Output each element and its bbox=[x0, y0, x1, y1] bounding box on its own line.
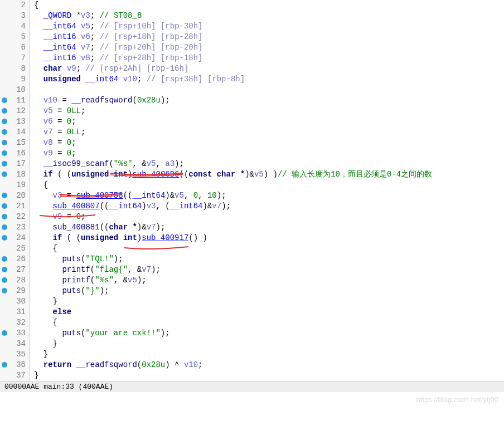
code-line[interactable]: puts("your are cxk!!"); bbox=[34, 328, 504, 339]
code-line[interactable]: __int16 v6; // [rsp+18h] [rbp-28h] bbox=[34, 32, 504, 42]
gutter-row[interactable]: 8 bbox=[0, 63, 29, 74]
line-number: 29 bbox=[16, 286, 26, 296]
gutter-row[interactable]: 22 bbox=[0, 212, 29, 222]
code-line[interactable]: v9 = 0; bbox=[34, 212, 504, 222]
code-line[interactable]: char v9; // [rsp+2Ah] [rbp-16h] bbox=[34, 63, 504, 74]
code-line[interactable]: } bbox=[34, 370, 504, 381]
line-number: 6 bbox=[21, 42, 26, 53]
line-number: 23 bbox=[16, 222, 26, 233]
gutter-row[interactable]: 21 bbox=[0, 201, 29, 212]
gutter-row[interactable]: 18 bbox=[0, 169, 29, 180]
gutter-row[interactable]: 16 bbox=[0, 148, 29, 159]
gutter-row[interactable]: 26 bbox=[0, 254, 29, 265]
code-line[interactable]: puts("TQL!"); bbox=[34, 254, 504, 265]
gutter-row[interactable]: 29 bbox=[0, 286, 29, 296]
gutter-row[interactable]: 3 bbox=[0, 11, 29, 21]
gutter-row[interactable]: 32 bbox=[0, 317, 29, 328]
gutter-row[interactable]: 31 bbox=[0, 307, 29, 317]
code-line[interactable]: __int64 v7; // [rsp+20h] [rbp-20h] bbox=[34, 42, 504, 53]
code-line[interactable]: } bbox=[34, 296, 504, 307]
code-line[interactable]: { bbox=[34, 243, 504, 254]
line-number: 33 bbox=[16, 328, 26, 339]
gutter-row[interactable]: 23 bbox=[0, 222, 29, 233]
code-line[interactable]: printf("flag{", &v7); bbox=[34, 265, 504, 275]
breakpoint-icon[interactable] bbox=[2, 172, 7, 177]
code-line[interactable]: v6 = 0; bbox=[34, 116, 504, 127]
code-line[interactable]: v9 = 0; bbox=[34, 148, 504, 159]
breakpoint-icon[interactable] bbox=[2, 267, 7, 272]
code-line[interactable]: } bbox=[34, 339, 504, 349]
code-body[interactable]: { _QWORD *v3; // ST08_8 __int64 v5; // [… bbox=[30, 0, 504, 381]
code-line[interactable]: if ( (unsigned int)sub_400917() ) bbox=[34, 233, 504, 243]
gutter-row[interactable]: 14 bbox=[0, 127, 29, 138]
code-line[interactable]: { bbox=[34, 180, 504, 190]
code-line[interactable]: v3 = sub_400758((__int64)&v5, 0, 10); bbox=[34, 190, 504, 201]
breakpoint-icon[interactable] bbox=[2, 277, 7, 283]
gutter-row[interactable]: 28 bbox=[0, 275, 29, 286]
breakpoint-icon[interactable] bbox=[2, 119, 7, 124]
gutter-row[interactable]: 12 bbox=[0, 106, 29, 116]
breakpoint-icon[interactable] bbox=[2, 97, 7, 103]
breakpoint-icon[interactable] bbox=[2, 193, 7, 198]
gutter-row[interactable]: 24 bbox=[0, 233, 29, 243]
breakpoint-icon[interactable] bbox=[2, 362, 7, 368]
code-line[interactable]: printf("%s", &v5); bbox=[34, 275, 504, 286]
code-line[interactable]: { bbox=[34, 0, 504, 11]
breakpoint-icon[interactable] bbox=[2, 235, 7, 241]
code-line[interactable]: sub_400807((__int64)v3, (__int64)&v7); bbox=[34, 201, 504, 212]
code-line[interactable]: unsigned __int64 v10; // [rsp+38h] [rbp-… bbox=[34, 74, 504, 85]
gutter-row[interactable]: 7 bbox=[0, 53, 29, 63]
breakpoint-icon[interactable] bbox=[2, 161, 7, 167]
breakpoint-icon[interactable] bbox=[2, 150, 7, 156]
gutter-row[interactable]: 30 bbox=[0, 296, 29, 307]
code-line[interactable]: sub_400881((char *)&v7); bbox=[34, 222, 504, 233]
breakpoint-icon[interactable] bbox=[2, 224, 7, 230]
gutter-row[interactable]: 10 bbox=[0, 85, 29, 95]
code-line[interactable]: v7 = 0LL; bbox=[34, 127, 504, 138]
gutter-row[interactable]: 25 bbox=[0, 243, 29, 254]
code-line[interactable]: return __readfsqword(0x28u) ^ v10; bbox=[34, 360, 504, 370]
code-line[interactable]: __isoc99_scanf("%s", &v5, a3); bbox=[34, 159, 504, 169]
code-line[interactable]: v5 = 0LL; bbox=[34, 106, 504, 116]
gutter-row[interactable]: 37 bbox=[0, 370, 29, 381]
gutter-row[interactable]: 6 bbox=[0, 42, 29, 53]
gutter-row[interactable]: 20 bbox=[0, 190, 29, 201]
line-number: 26 bbox=[16, 254, 26, 265]
gutter-row[interactable]: 4 bbox=[0, 21, 29, 32]
gutter-row[interactable]: 19 bbox=[0, 180, 29, 190]
gutter-row[interactable]: 2 bbox=[0, 0, 29, 11]
gutter-row[interactable]: 5 bbox=[0, 32, 29, 42]
breakpoint-icon[interactable] bbox=[2, 214, 7, 219]
gutter-row[interactable]: 17 bbox=[0, 159, 29, 169]
code-line[interactable]: } bbox=[34, 349, 504, 360]
code-line[interactable]: else bbox=[34, 307, 504, 317]
breakpoint-icon[interactable] bbox=[2, 330, 7, 336]
gutter-row[interactable]: 36 bbox=[0, 360, 29, 370]
code-line[interactable]: { bbox=[34, 317, 504, 328]
code-line[interactable] bbox=[34, 85, 504, 95]
line-number: 14 bbox=[16, 127, 26, 138]
gutter-row[interactable]: 35 bbox=[0, 349, 29, 360]
breakpoint-icon[interactable] bbox=[2, 256, 7, 262]
code-line[interactable]: puts("}"); bbox=[34, 286, 504, 296]
breakpoint-icon[interactable] bbox=[2, 288, 7, 293]
gutter-row[interactable]: 13 bbox=[0, 116, 29, 127]
code-line[interactable]: __int16 v8; // [rsp+28h] [rbp-18h] bbox=[34, 53, 504, 63]
gutter-row[interactable]: 27 bbox=[0, 265, 29, 275]
breakpoint-icon[interactable] bbox=[2, 108, 7, 114]
line-number: 12 bbox=[16, 106, 26, 116]
gutter-row[interactable]: 15 bbox=[0, 138, 29, 148]
breakpoint-icon[interactable] bbox=[2, 129, 7, 135]
code-line[interactable]: __int64 v5; // [rsp+10h] [rbp-30h] bbox=[34, 21, 504, 32]
gutter-row[interactable]: 11 bbox=[0, 95, 29, 106]
code-line[interactable]: _QWORD *v3; // ST08_8 bbox=[34, 11, 504, 21]
code-line[interactable]: if ( (unsigned int)sub_4006D6((const cha… bbox=[34, 169, 504, 180]
breakpoint-icon[interactable] bbox=[2, 203, 7, 209]
gutter-row[interactable]: 9 bbox=[0, 74, 29, 85]
breakpoint-icon[interactable] bbox=[2, 140, 7, 145]
gutter-row[interactable]: 34 bbox=[0, 339, 29, 349]
line-number: 7 bbox=[21, 53, 26, 63]
gutter-row[interactable]: 33 bbox=[0, 328, 29, 339]
code-line[interactable]: v8 = 0; bbox=[34, 138, 504, 148]
code-line[interactable]: v10 = __readfsqword(0x28u); bbox=[34, 95, 504, 106]
